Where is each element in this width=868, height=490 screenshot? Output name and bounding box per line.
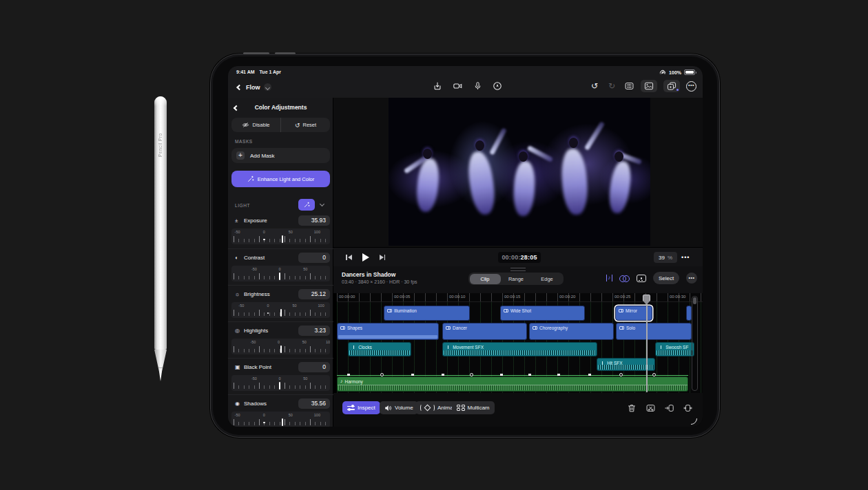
- timeline-scrollbar[interactable]: [692, 296, 698, 391]
- light-auto-wand-button[interactable]: [298, 199, 315, 211]
- tick-label: 0: [267, 303, 269, 308]
- clip-label: Swoosh SF: [665, 345, 688, 350]
- video-preview[interactable]: [389, 98, 650, 246]
- tick-label: 50: [302, 340, 307, 344]
- more-icon[interactable]: •••: [686, 81, 696, 92]
- timeline-clip-wide-shot[interactable]: Wide Shot: [500, 306, 585, 321]
- blade-icon[interactable]: [645, 403, 656, 414]
- timeline-clip-illumination[interactable]: Illumination: [384, 306, 470, 321]
- keyframe-circle[interactable]: [619, 373, 623, 376]
- timeline-resize-grip[interactable]: [510, 268, 526, 271]
- add-mask-label: Add Mask: [250, 153, 275, 159]
- timeline-clip-solo[interactable]: Solo: [616, 323, 692, 340]
- timeline[interactable]: 00:00:0000:00:0500:00:1000:00:1500:00:20…: [337, 293, 703, 393]
- timecode-display[interactable]: 00:00:28:05: [498, 252, 541, 263]
- timeline-clip-harmony[interactable]: ♪Harmony: [337, 376, 688, 392]
- play-button[interactable]: [362, 253, 369, 262]
- add-mask-button[interactable]: + Add Mask: [231, 148, 330, 163]
- insert-icon[interactable]: [663, 403, 674, 414]
- enhance-light-color-button[interactable]: Enhance Light and Color: [231, 171, 330, 187]
- timeline-clip-clocks[interactable]: Clocks: [348, 342, 411, 356]
- redo-icon[interactable]: ↻: [606, 81, 617, 92]
- pencil-hover-icon[interactable]: [492, 81, 503, 92]
- status-time: 9:41 AM: [236, 70, 255, 74]
- slider-name: Shadows: [244, 401, 267, 407]
- slider-value[interactable]: 0: [298, 253, 330, 263]
- volume-button[interactable]: Volume: [380, 401, 418, 414]
- playhead-handle[interactable]: [643, 295, 650, 305]
- slider-ruler[interactable]: -50050: [231, 375, 330, 391]
- slider-ruler[interactable]: -50050: [231, 266, 330, 281]
- ruler-label: 00:00:00: [339, 295, 355, 299]
- speaker-icon: [384, 405, 392, 412]
- slider-value[interactable]: 3.23: [298, 326, 330, 336]
- inspect-button[interactable]: Inspect: [342, 401, 380, 414]
- audio-meters-icon[interactable]: ♪: [606, 275, 612, 281]
- effects-button[interactable]: [663, 80, 680, 92]
- undo-icon[interactable]: ↺: [589, 81, 600, 92]
- keyframe-square[interactable]: [588, 374, 591, 376]
- connect-icon[interactable]: [619, 275, 630, 281]
- skip-to-start-button[interactable]: [346, 255, 352, 260]
- clip-title: Dancers in Shadow: [342, 271, 395, 278]
- timeline-clip-shapes[interactable]: Shapes: [337, 323, 439, 340]
- timeline-clip-dancer[interactable]: Dancer: [442, 323, 527, 340]
- keyframe-square[interactable]: [347, 374, 350, 376]
- ipad-device: 9:41 AMTue 1 Apr 100% Flow: [210, 54, 720, 438]
- sfx-track-a: ClocksMovement SFXSwoosh SF: [337, 342, 703, 356]
- clip-label: Movement SFX: [453, 345, 484, 350]
- keyframe-square[interactable]: [557, 374, 560, 376]
- multicam-button[interactable]: Multicam: [452, 401, 495, 414]
- timeline-clip-choreography[interactable]: Choreography: [529, 323, 614, 340]
- import-icon[interactable]: [432, 81, 443, 92]
- mic-icon[interactable]: [472, 81, 483, 92]
- keyframe-square[interactable]: [528, 374, 531, 376]
- timeline-clip-movement-sfx[interactable]: Movement SFX: [442, 342, 597, 356]
- clip-appearance-icon[interactable]: [637, 275, 646, 282]
- slider-value[interactable]: 35.93: [298, 215, 330, 226]
- keyframe-circle[interactable]: [380, 373, 384, 376]
- reset-button[interactable]: ↺ Reset: [280, 118, 330, 132]
- media-browser-button[interactable]: [641, 80, 657, 92]
- select-button[interactable]: Select: [653, 272, 679, 284]
- back-chevron-icon[interactable]: [236, 85, 242, 90]
- mode-clip[interactable]: Clip: [470, 274, 501, 284]
- mode-edge[interactable]: Edge: [532, 274, 563, 284]
- keyframe-square[interactable]: [442, 374, 444, 376]
- disable-button[interactable]: Disable: [231, 118, 280, 132]
- project-title[interactable]: Flow: [246, 83, 271, 91]
- transport-more-icon[interactable]: •••: [681, 254, 690, 261]
- tick-label: -50: [235, 230, 240, 234]
- audio-waveform-icon: [353, 345, 354, 349]
- light-collapse-chevron-icon[interactable]: [320, 202, 324, 206]
- adjustments-icon[interactable]: [623, 81, 634, 92]
- project-chevron-icon[interactable]: [264, 83, 271, 91]
- trash-icon[interactable]: [626, 403, 637, 414]
- slider-indicator[interactable]: [280, 345, 282, 353]
- timeline-clip-swoosh-sf[interactable]: Swoosh SF: [655, 342, 694, 356]
- keyframe-square[interactable]: [500, 374, 503, 376]
- slider-value[interactable]: 35.56: [298, 398, 330, 409]
- zoom-percent-control[interactable]: 39 %: [654, 252, 677, 263]
- ruler-label: 00:00:05: [394, 295, 410, 299]
- slider-ruler[interactable]: -50050100: [231, 302, 330, 318]
- playhead-line[interactable]: [646, 295, 648, 392]
- slider-ruler[interactable]: -50050100: [231, 339, 330, 354]
- timeline-clip[interactable]: [686, 306, 692, 321]
- slider-value[interactable]: 0: [298, 362, 330, 372]
- slider-indicator[interactable]: [280, 309, 282, 317]
- slider-name: Black Point: [244, 364, 271, 370]
- slider-ruler[interactable]: -50050100: [231, 228, 330, 244]
- keyframe-circle[interactable]: [652, 373, 656, 376]
- slider-value[interactable]: 25.12: [298, 289, 330, 299]
- keyframe-square[interactable]: [411, 374, 414, 376]
- slider-black-point: ▣Black Point0-50050: [228, 358, 333, 394]
- slider-indicator[interactable]: [279, 382, 280, 390]
- timeline-more-icon[interactable]: •••: [686, 273, 697, 284]
- slider-indicator[interactable]: [279, 273, 280, 280]
- slider-ruler[interactable]: -50050100: [231, 412, 330, 427]
- skip-to-end-button[interactable]: [380, 255, 386, 260]
- camera-icon[interactable]: [452, 81, 463, 92]
- mode-range[interactable]: Range: [501, 274, 532, 284]
- keyframe-circle[interactable]: [470, 373, 473, 376]
